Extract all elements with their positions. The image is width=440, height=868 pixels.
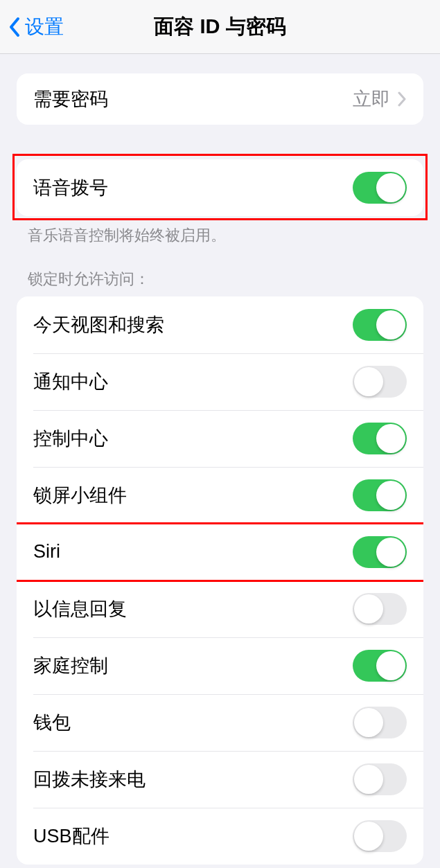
lock-access-label: 控制中心 [33, 426, 108, 451]
lock-access-row: 家庭控制 [17, 637, 423, 694]
lock-access-toggle[interactable] [353, 650, 407, 682]
lock-access-toggle[interactable] [353, 309, 407, 341]
chevron-left-icon [8, 17, 21, 37]
lock-access-label: Siri [33, 541, 60, 563]
lock-access-row: 今天视图和搜索 [17, 296, 423, 353]
back-label: 设置 [25, 14, 64, 40]
lock-access-label: 通知中心 [33, 369, 108, 394]
lock-access-toggle[interactable] [353, 707, 407, 738]
lock-access-row: 回拨未接来电 [17, 751, 423, 808]
page-title: 面容 ID 与密码 [154, 13, 285, 41]
lock-access-toggle[interactable] [353, 820, 407, 852]
lock-access-label: USB配件 [33, 824, 109, 849]
lock-access-label: 家庭控制 [33, 653, 108, 678]
lock-access-row: 控制中心 [17, 410, 423, 467]
chevron-right-icon [397, 91, 407, 107]
voice-dial-footer: 音乐语音控制将始终被启用。 [28, 224, 412, 247]
voice-dial-label: 语音拨号 [33, 175, 108, 200]
lock-access-label: 以信息回复 [33, 596, 127, 621]
voice-dial-row: 语音拨号 [17, 159, 423, 216]
lock-access-toggle[interactable] [353, 366, 407, 398]
lock-access-label: 今天视图和搜索 [33, 312, 164, 337]
lock-access-label: 回拨未接来电 [33, 767, 146, 792]
lock-access-label: 锁屏小组件 [33, 483, 127, 508]
lock-access-toggle[interactable] [353, 479, 407, 511]
voice-dial-toggle[interactable] [353, 172, 407, 204]
lock-access-label: 钱包 [33, 710, 71, 735]
lock-access-header: 锁定时允许访问： [28, 269, 412, 290]
lock-access-row: 锁屏小组件 [17, 467, 423, 524]
lock-access-toggle[interactable] [353, 423, 407, 454]
require-passcode-row[interactable]: 需要密码 立即 [17, 73, 423, 125]
require-passcode-label: 需要密码 [33, 87, 108, 112]
require-passcode-value: 立即 [353, 87, 390, 112]
lock-access-toggle[interactable] [353, 593, 407, 625]
lock-access-toggle[interactable] [353, 536, 407, 568]
lock-access-row: 钱包 [17, 694, 423, 751]
back-button[interactable]: 设置 [0, 14, 64, 40]
lock-access-row: USB配件 [17, 808, 423, 865]
lock-access-row: 以信息回复 [17, 581, 423, 637]
lock-access-toggle[interactable] [353, 763, 407, 795]
lock-access-row: Siri [17, 524, 423, 581]
navigation-bar: 设置 面容 ID 与密码 [0, 0, 440, 54]
lock-access-row: 通知中心 [17, 353, 423, 410]
